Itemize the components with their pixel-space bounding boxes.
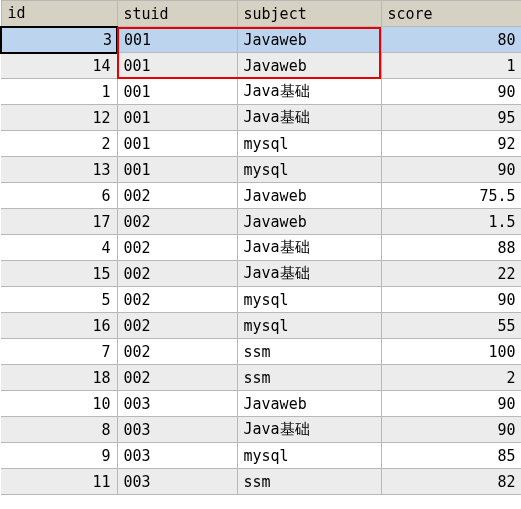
cell-stuid[interactable]: 002 [117,209,237,235]
cell-stuid[interactable]: 001 [117,105,237,131]
cell-subject[interactable]: Java基础 [237,417,381,443]
cell-subject[interactable]: Javaweb [237,391,381,417]
cell-subject[interactable]: mysql [237,287,381,313]
cell-score[interactable]: 80 [381,27,521,53]
cell-subject[interactable]: mysql [237,313,381,339]
cell-stuid[interactable]: 003 [117,469,237,495]
cell-stuid[interactable]: 001 [117,157,237,183]
cell-subject[interactable]: Java基础 [237,105,381,131]
cell-score[interactable]: 88 [381,235,521,261]
col-header-subject[interactable]: subject [237,1,381,27]
cell-score[interactable]: 90 [381,287,521,313]
table-row[interactable]: 16002mysql55 [1,313,521,339]
cell-id[interactable]: 4 [1,235,117,261]
cell-subject[interactable]: Javaweb [237,183,381,209]
cell-subject[interactable]: Java基础 [237,79,381,105]
cell-stuid[interactable]: 001 [117,79,237,105]
cell-subject[interactable]: mysql [237,131,381,157]
cell-id[interactable]: 14 [1,53,117,79]
cell-stuid[interactable]: 002 [117,339,237,365]
cell-stuid[interactable]: 002 [117,287,237,313]
cell-stuid[interactable]: 001 [117,131,237,157]
cell-id[interactable]: 13 [1,157,117,183]
cell-id[interactable]: 15 [1,261,117,287]
cell-stuid[interactable]: 003 [117,391,237,417]
cell-score[interactable]: 92 [381,131,521,157]
cell-stuid[interactable]: 003 [117,417,237,443]
cell-subject[interactable]: mysql [237,443,381,469]
cell-score[interactable]: 95 [381,105,521,131]
cell-id[interactable]: 6 [1,183,117,209]
cell-stuid[interactable]: 002 [117,365,237,391]
table-row[interactable]: 18002ssm2 [1,365,521,391]
cell-id[interactable]: 16 [1,313,117,339]
table-row[interactable]: 5002mysql90 [1,287,521,313]
cell-subject[interactable]: Java基础 [237,235,381,261]
cell-id[interactable]: 3 [1,27,117,53]
result-table[interactable]: id stuid subject score 3001Javaweb801400… [0,0,521,495]
cell-subject[interactable]: ssm [237,365,381,391]
cell-id[interactable]: 7 [1,339,117,365]
cell-score[interactable]: 90 [381,391,521,417]
table-row[interactable]: 6002Javaweb75.5 [1,183,521,209]
cell-stuid[interactable]: 002 [117,261,237,287]
table-row[interactable]: 10003Javaweb90 [1,391,521,417]
table-row[interactable]: 4002Java基础88 [1,235,521,261]
cell-id[interactable]: 5 [1,287,117,313]
cell-subject[interactable]: Javaweb [237,27,381,53]
cell-score[interactable]: 1.5 [381,209,521,235]
cell-stuid[interactable]: 002 [117,313,237,339]
cell-score[interactable]: 90 [381,157,521,183]
table-row[interactable]: 2001mysql92 [1,131,521,157]
table-row[interactable]: 1001Java基础90 [1,79,521,105]
cell-id[interactable]: 18 [1,365,117,391]
cell-score[interactable]: 82 [381,469,521,495]
cell-stuid[interactable]: 003 [117,443,237,469]
cell-id[interactable]: 2 [1,131,117,157]
table-row[interactable]: 3001Javaweb80 [1,27,521,53]
table-row[interactable]: 13001mysql90 [1,157,521,183]
cell-stuid[interactable]: 002 [117,183,237,209]
cell-subject[interactable]: Javaweb [237,209,381,235]
cell-id[interactable]: 17 [1,209,117,235]
table-row[interactable]: 14001Javaweb1 [1,53,521,79]
cell-score[interactable]: 85 [381,443,521,469]
cell-subject[interactable]: ssm [237,469,381,495]
col-header-score[interactable]: score [381,1,521,27]
cell-subject[interactable]: ssm [237,339,381,365]
table-row[interactable]: 11003ssm82 [1,469,521,495]
table-row[interactable]: 17002Javaweb1.5 [1,209,521,235]
header-row[interactable]: id stuid subject score [1,1,521,27]
cell-stuid[interactable]: 001 [117,27,237,53]
cell-subject[interactable]: mysql [237,157,381,183]
cell-subject[interactable]: Javaweb [237,53,381,79]
cell-id[interactable]: 9 [1,443,117,469]
cell-score[interactable]: 90 [381,79,521,105]
col-header-id[interactable]: id [1,1,117,27]
cell-subject[interactable]: Java基础 [237,261,381,287]
table-row[interactable]: 9003mysql85 [1,443,521,469]
cell-id[interactable]: 1 [1,79,117,105]
table-row[interactable]: 7002ssm100 [1,339,521,365]
cell-stuid[interactable]: 002 [117,235,237,261]
cell-id[interactable]: 12 [1,105,117,131]
table-row[interactable]: 8003Java基础90 [1,417,521,443]
table-row[interactable]: 15002Java基础22 [1,261,521,287]
cell-id[interactable]: 10 [1,391,117,417]
cell-score[interactable]: 55 [381,313,521,339]
cell-stuid[interactable]: 001 [117,53,237,79]
cell-score[interactable]: 75.5 [381,183,521,209]
cell-score[interactable]: 2 [381,365,521,391]
table-row[interactable]: 12001Java基础95 [1,105,521,131]
cell-id[interactable]: 8 [1,417,117,443]
cell-score[interactable]: 90 [381,417,521,443]
cell-score[interactable]: 22 [381,261,521,287]
cell-id[interactable]: 11 [1,469,117,495]
cell-score[interactable]: 100 [381,339,521,365]
cell-score[interactable]: 1 [381,53,521,79]
col-header-stuid[interactable]: stuid [117,1,237,27]
